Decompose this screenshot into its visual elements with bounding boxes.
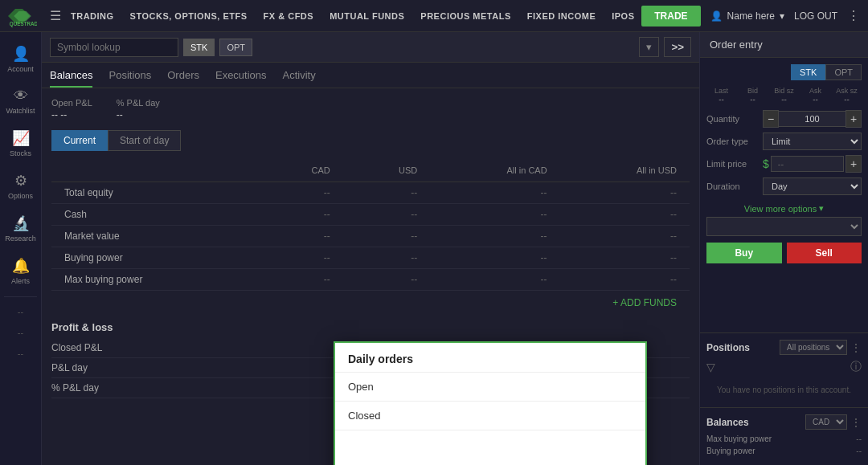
user-area[interactable]: 👤 Name here ▾ [710,10,784,22]
buy-sell-row: Buy Sell [706,243,862,263]
buy-button[interactable]: Buy [706,243,782,263]
symbol-expand-button[interactable]: >> [664,37,691,57]
all-positions-select[interactable]: All positions [780,340,847,355]
qty-plus-button[interactable]: + [845,110,862,128]
quantity-label: Quantity [706,114,763,124]
positions-header: Positions All positions ⋮ [706,340,862,355]
nav-mutual-funds[interactable]: MUTUAL FUNDS [330,11,404,21]
open-pnl-item: Open P&L -- -- [51,98,92,120]
limit-price-label: Limit price [706,159,763,169]
tab-executions[interactable]: Executions [215,69,267,88]
ask-sz-val: -- [832,95,862,104]
pct-pnl-value: -- [117,109,123,120]
price-control: $ -- + [763,155,862,173]
popup-item-closed[interactable]: Closed [335,402,645,430]
view-more-label: View more options [744,204,817,214]
view-more-options[interactable]: View more options ▾ [706,200,862,217]
nav-trading[interactable]: TRADING [71,11,114,21]
sidebar-item-stocks[interactable]: 📈 Stocks [0,123,41,164]
add-funds-link[interactable]: + ADD FUNDS [51,291,690,315]
row-all-cad-4: -- [430,269,559,291]
nav-fixed-income[interactable]: FIXED INCOME [527,11,596,21]
bid-val: -- [738,95,768,104]
open-pnl-label: Open P&L [51,98,92,108]
symbol-input[interactable] [50,38,178,57]
current-toggle[interactable]: Current [51,130,108,151]
positions-more-icon[interactable]: ⋮ [850,341,862,354]
duration-select[interactable]: Day [763,177,862,195]
qty-minus-button[interactable]: − [763,110,779,128]
table-row: Max buying power -- -- -- -- [51,269,690,291]
balance-row: Buying power -- [706,447,862,455]
popup-empty-area [335,430,645,465]
open-pnl-value2: -- [60,109,67,120]
col-label [51,162,256,182]
nav-more-icon[interactable]: ⋮ [847,8,860,23]
sell-button[interactable]: Sell [787,243,862,263]
nav-ipos[interactable]: IPOS [612,11,634,21]
order-type-select[interactable]: Limit [763,133,862,150]
open-pnl-value: -- [51,109,58,120]
tab-orders[interactable]: Orders [167,69,199,88]
row-all-usd-2: -- [560,226,690,247]
currency-select[interactable]: CAD [805,414,847,430]
bal-value-1: -- [856,447,862,455]
trade-button[interactable]: TRADE [641,6,700,27]
hamburger-icon[interactable]: ☰ [50,8,61,23]
tab-balances[interactable]: Balances [50,69,92,88]
filter-icon[interactable]: ▽ [706,361,715,373]
svg-text:QUESTRADE: QUESTRADE [10,20,37,27]
order-entry-content: STK OPT Last -- Bid -- Bid sz -- Ask [700,58,868,332]
balances-sub-header: Balances CAD ⋮ [706,414,862,430]
order-opt-button[interactable]: OPT [825,64,862,80]
tab-activity[interactable]: Activity [283,69,316,88]
market-ask: Ask -- [800,87,830,104]
bal-label-1: Buying power [706,447,755,455]
top-nav: QUESTRADE ☰ TRADING STOCKS, OPTIONS, ETF… [0,0,868,32]
symbol-dropdown-button[interactable]: ▾ [639,37,659,57]
nav-stocks-options[interactable]: STOCKS, OPTIONS, ETFS [130,11,248,21]
row-usd-3: -- [343,247,431,269]
tab-positions[interactable]: Positions [108,69,151,88]
sidebar-item-research[interactable]: 🔬 Research [0,208,41,249]
sidebar-item-options[interactable]: ⚙ Options [0,165,41,206]
bid-label: Bid [738,87,768,95]
no-positions-text: You have no positions in this account. [706,379,862,401]
opt-button[interactable]: OPT [219,39,252,56]
sidebar-label-account: Account [7,65,34,73]
order-type-row: Order type Limit [706,133,862,150]
table-row: Cash -- -- -- -- [51,204,690,226]
nav-fx-cfds[interactable]: FX & CFDS [264,11,314,21]
profit-loss-title: Profit & loss [51,315,690,338]
balances-more-icon[interactable]: ⋮ [850,416,862,429]
market-last: Last -- [706,87,736,104]
row-cad-2: -- [256,226,343,247]
order-stk-button[interactable]: STK [791,64,825,80]
symbol-bar: STK OPT ▾ >> [42,32,699,63]
bid-sz-val: -- [769,95,799,104]
bid-sz-label: Bid sz [769,87,799,95]
balance-table: CAD USD All in CAD All in USD Total equi… [51,162,690,291]
sidebar-item-account[interactable]: 👤 Account [0,39,41,80]
market-data-row: Last -- Bid -- Bid sz -- Ask -- Ask sz [706,87,862,104]
row-label-0: Total equity [51,182,256,204]
row-label-4: Max buying power [51,269,256,291]
logout-link[interactable]: LOG OUT [794,10,837,22]
sidebar-item-watchlist[interactable]: 👁 Watchlist [0,81,41,121]
nav-precious-metals[interactable]: PRECIOUS METALS [420,11,510,21]
balance-row: Max buying power -- [706,434,862,443]
row-usd-4: -- [343,269,431,291]
account-select[interactable] [706,217,862,236]
info-icon[interactable]: ⓘ [850,360,862,374]
row-cad-1: -- [256,204,343,226]
quantity-value: 100 [779,111,845,127]
toggle-group: Current Start of day [51,130,690,151]
stk-button[interactable]: STK [183,39,215,56]
chevron-down-icon: ▾ [819,203,824,214]
price-plus-button[interactable]: + [845,155,862,173]
popup-item-open[interactable]: Open [335,373,645,402]
start-of-day-toggle[interactable]: Start of day [108,130,181,151]
bal-value-0: -- [856,434,862,443]
daily-orders-popup: Daily orders Open Closed [334,341,647,465]
sidebar-item-alerts[interactable]: 🔔 Alerts [0,251,41,292]
